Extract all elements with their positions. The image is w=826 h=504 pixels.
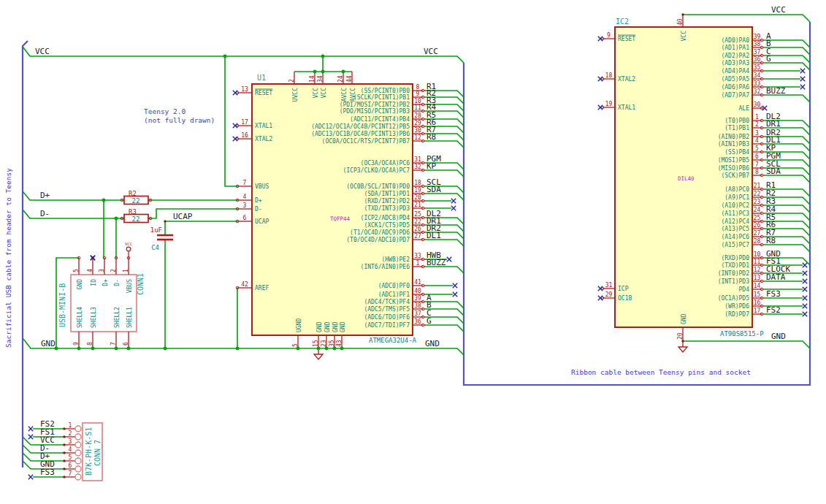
wire-buzz[interactable] bbox=[424, 267, 464, 273]
pin-number: 18 bbox=[414, 180, 421, 186]
no-connect-icon bbox=[28, 475, 33, 479]
net-label-gnd[interactable]: GND bbox=[41, 339, 56, 348]
pin-number: 7 bbox=[755, 161, 759, 168]
pin-number: 7 bbox=[110, 342, 117, 345]
pin-name: (AD2)PA2 bbox=[721, 53, 749, 59]
no-connect-icon bbox=[233, 123, 237, 128]
pin-number: 3 bbox=[755, 130, 759, 137]
wire-gnd[interactable] bbox=[683, 341, 810, 348]
net-label-dl1[interactable]: DL1 bbox=[427, 231, 441, 240]
pin-number: 14 bbox=[754, 283, 761, 289]
wire-d-[interactable] bbox=[150, 209, 237, 218]
wire-end-dot bbox=[681, 13, 684, 15]
net-label-gnd[interactable]: GND bbox=[425, 339, 440, 348]
junction-dot bbox=[91, 347, 95, 351]
net-label-vcc[interactable]: VCC bbox=[771, 5, 786, 15]
wire-kp[interactable] bbox=[424, 170, 464, 177]
net-label-fs3[interactable]: FS3 bbox=[766, 289, 781, 299]
pin-name: OC1B bbox=[618, 295, 632, 302]
wire-buzz[interactable] bbox=[763, 95, 810, 102]
chip-IC2[interactable]: IC2AT90S8515-PDIL409RESET18XTAL219XTAL13… bbox=[598, 15, 764, 341]
vcc-power-icon: VCC bbox=[125, 242, 132, 258]
pin-number: 5 bbox=[69, 454, 72, 461]
capacitor-C4[interactable]: 1uFC4 bbox=[150, 226, 173, 251]
wire-d-[interactable] bbox=[23, 210, 122, 218]
pin-name: (AD4)PA4 bbox=[721, 68, 749, 75]
pin-number: 6 bbox=[755, 153, 759, 160]
pad-circle bbox=[75, 458, 81, 464]
no-connect-icon bbox=[28, 435, 33, 439]
net-label-fs3[interactable]: FS3 bbox=[40, 467, 55, 477]
pin-name: (RXD)PD0 bbox=[721, 255, 749, 261]
junction-dot bbox=[236, 347, 240, 351]
pin-number: 34 bbox=[754, 72, 761, 79]
net-label-buzz[interactable]: BUZZ bbox=[427, 258, 446, 267]
net-label-ucap[interactable]: UCAP bbox=[173, 212, 193, 221]
wire-end-dot bbox=[681, 340, 684, 342]
header-connector-CONN_7[interactable]: CONN_7B7K-PH-K-S11234567 bbox=[64, 422, 102, 481]
net-label-vcc[interactable]: VCC bbox=[35, 47, 50, 56]
wire-vcc[interactable] bbox=[225, 56, 237, 186]
pin-name: AVCC bbox=[350, 88, 356, 102]
usb-connector-CONN1[interactable]: CONN1USB-MINI-B5GND4ID3D+2D-1VBUS9SHELL4… bbox=[58, 256, 145, 348]
wire-g[interactable] bbox=[424, 325, 464, 332]
pin-number: 40 bbox=[677, 18, 684, 26]
note-text-1: (not fully drawn) bbox=[144, 116, 215, 124]
pin-number: 9 bbox=[416, 91, 420, 97]
net-label-sda[interactable]: SDA bbox=[766, 167, 781, 176]
wire-sda[interactable] bbox=[424, 194, 464, 200]
net-label-buzz[interactable]: BUZZ bbox=[766, 86, 786, 96]
net-label-kp[interactable]: KP bbox=[427, 161, 437, 171]
chip-U1[interactable]: U1ATMEGA32U4-ATQFP4413RESET17XTAL116XTAL… bbox=[233, 72, 424, 348]
pin-name: ICP bbox=[618, 286, 629, 292]
pin-number: 9 bbox=[73, 342, 80, 345]
wire-g[interactable] bbox=[763, 63, 810, 70]
wire-dl1[interactable] bbox=[424, 240, 464, 246]
net-label-gnd[interactable]: GND bbox=[771, 332, 786, 341]
pin-number: 33 bbox=[754, 80, 761, 87]
wire-vcc[interactable] bbox=[683, 15, 810, 22]
pin-name: (ADC5/TMS)PF5 bbox=[364, 306, 410, 313]
wire-vcc[interactable] bbox=[23, 47, 464, 63]
pin-number: 3 bbox=[69, 438, 72, 445]
net-label-data[interactable]: DATA bbox=[766, 272, 786, 282]
pin-number: 35 bbox=[754, 64, 761, 71]
wire-d+[interactable] bbox=[23, 191, 122, 200]
pin-number: 3 bbox=[243, 202, 247, 209]
pin-number: 7 bbox=[243, 180, 247, 186]
pin-number: 37 bbox=[414, 310, 421, 317]
pin-name: XTAL2 bbox=[255, 136, 272, 142]
pin-number: 13 bbox=[754, 275, 761, 281]
junction-dot bbox=[102, 199, 106, 202]
pin-name: PD4 bbox=[739, 286, 750, 293]
net-label-vcc[interactable]: VCC bbox=[424, 47, 438, 56]
pin-name: XTAL1 bbox=[255, 123, 272, 129]
wire-r8[interactable] bbox=[424, 141, 464, 148]
net-label-d+[interactable]: D+ bbox=[40, 191, 50, 200]
pin-name: (A13)PC5 bbox=[721, 226, 749, 232]
pad-circle bbox=[75, 474, 81, 480]
net-label-sda[interactable]: SDA bbox=[427, 185, 441, 194]
pin-name: (ADC4/TCK)PF4 bbox=[364, 299, 410, 305]
net-label-fs2[interactable]: FS2 bbox=[766, 305, 781, 315]
resistor-R3[interactable]: R322 bbox=[121, 208, 152, 223]
junction-dot bbox=[164, 347, 167, 351]
pin-CONN7-1[interactable]: 1 bbox=[64, 422, 81, 432]
schematic-canvas[interactable]: U1ATMEGA32U4-ATQFP4413RESET17XTAL116XTAL… bbox=[0, 0, 826, 504]
net-label-d-[interactable]: D- bbox=[40, 209, 50, 218]
net-label-g[interactable]: G bbox=[766, 54, 771, 64]
pin-number: 21 bbox=[414, 202, 421, 208]
pin-number: 8 bbox=[87, 342, 93, 345]
pin-name: (T0)PB0 bbox=[724, 118, 749, 124]
pin-name: (ADC6/TDO)PF6 bbox=[364, 314, 410, 321]
pin-name: (AD3)PA3 bbox=[721, 60, 749, 66]
note-text-3: Sacrificial USB cable from header to Tee… bbox=[4, 168, 12, 348]
pin-name: (ADC13/OC1B/OC4B/PCINT13)PB6 bbox=[311, 131, 410, 137]
net-label-g[interactable]: G bbox=[427, 316, 432, 326]
net-label-r8[interactable]: R8 bbox=[427, 132, 436, 142]
schematic-svg: U1ATMEGA32U4-ATQFP4413RESET17XTAL116XTAL… bbox=[0, 0, 826, 504]
resistor-R2[interactable]: R222 bbox=[121, 190, 152, 205]
net-label-r8[interactable]: R8 bbox=[766, 236, 776, 245]
pin-number: 22 bbox=[414, 218, 421, 225]
pin-name: (A15)PC7 bbox=[721, 242, 749, 248]
